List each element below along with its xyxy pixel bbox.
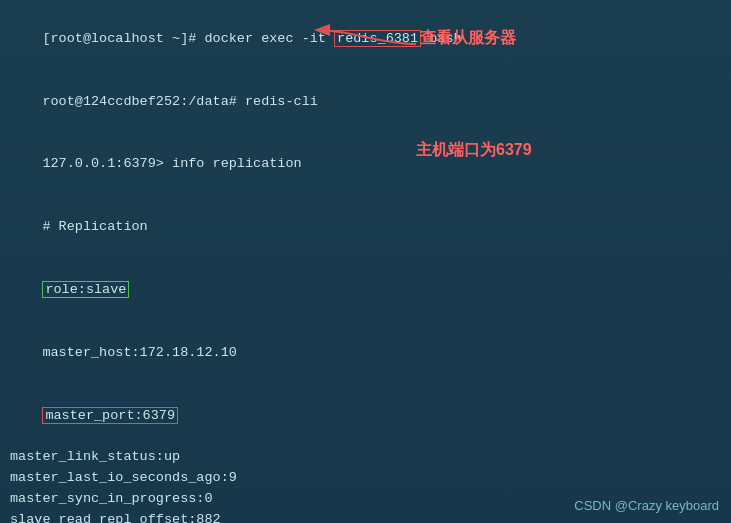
terminal-text: master_host:172.18.12.10	[42, 345, 236, 360]
role-slave-highlight: role:slave	[42, 281, 129, 298]
terminal-text: master_last_io_seconds_ago:9	[10, 470, 237, 485]
terminal-text: 127.0.0.1:6379> info replication	[42, 156, 301, 171]
terminal-text: master_link_status:up	[10, 449, 180, 464]
annotation-master-port: 主机端口为6379	[416, 140, 532, 161]
annotation-check-slave: 查看从服务器	[420, 28, 516, 49]
cmd-prefix: [root@localhost ~]# docker exec -it	[42, 31, 334, 46]
watermark: CSDN @Crazy keyboard	[574, 498, 719, 513]
terminal-line: master_port:6379	[10, 385, 721, 448]
section-header: # Replication	[42, 219, 147, 234]
redis-container-highlight: redis_6381	[334, 30, 421, 47]
terminal-line: role:slave	[10, 259, 721, 322]
annotation-text: 查看从服务器	[420, 29, 516, 46]
terminal-line: master_host:172.18.12.10	[10, 322, 721, 385]
terminal-line: root@124ccdbef252:/data# redis-cli	[10, 71, 721, 134]
terminal-text: slave_read_repl_offset:882	[10, 512, 221, 523]
terminal-line: # Replication	[10, 196, 721, 259]
master-port-highlight: master_port:6379	[42, 407, 178, 424]
terminal-line: [root@localhost ~]# docker exec -it redi…	[10, 8, 721, 71]
terminal-line: master_last_io_seconds_ago:9	[10, 468, 721, 489]
watermark-text: CSDN @Crazy keyboard	[574, 498, 719, 513]
annotation-text: 主机端口为6379	[416, 141, 532, 158]
terminal-line: master_link_status:up	[10, 447, 721, 468]
terminal-line: 127.0.0.1:6379> info replication	[10, 134, 721, 197]
terminal-window: [root@localhost ~]# docker exec -it redi…	[0, 0, 731, 523]
terminal-text: master_sync_in_progress:0	[10, 491, 213, 506]
terminal-text: root@124ccdbef252:/data# redis-cli	[42, 94, 317, 109]
